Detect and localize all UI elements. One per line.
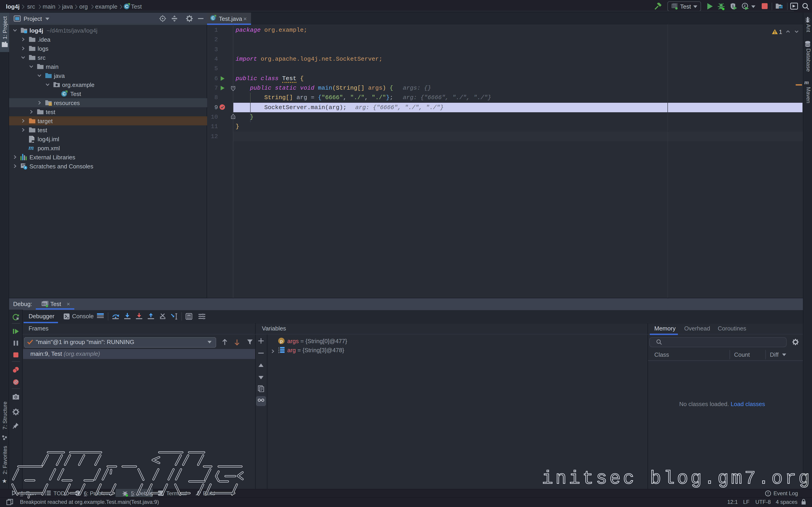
- svg-text:2: 2: [278, 349, 280, 351]
- svg-text:C: C: [212, 16, 214, 20]
- svg-text:C: C: [62, 92, 66, 96]
- svg-text:3: 3: [278, 351, 280, 353]
- svg-text:1: 1: [278, 347, 280, 349]
- svg-text:p: p: [280, 338, 283, 344]
